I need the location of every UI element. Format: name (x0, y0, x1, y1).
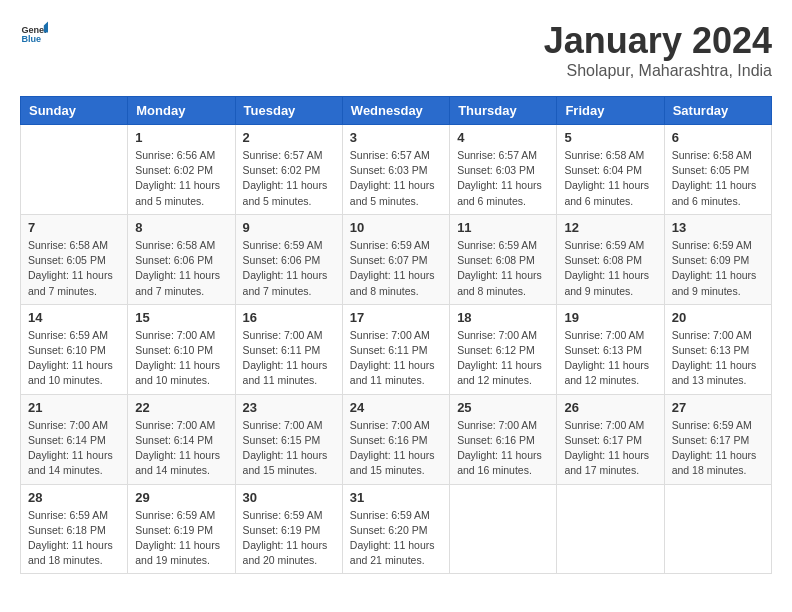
calendar-cell: 21Sunrise: 7:00 AMSunset: 6:14 PMDayligh… (21, 394, 128, 484)
day-info: Sunrise: 7:00 AMSunset: 6:10 PMDaylight:… (135, 328, 227, 389)
calendar-cell: 1Sunrise: 6:56 AMSunset: 6:02 PMDaylight… (128, 125, 235, 215)
calendar-cell: 24Sunrise: 7:00 AMSunset: 6:16 PMDayligh… (342, 394, 449, 484)
day-info: Sunrise: 6:59 AMSunset: 6:18 PMDaylight:… (28, 508, 120, 569)
calendar-cell: 30Sunrise: 6:59 AMSunset: 6:19 PMDayligh… (235, 484, 342, 574)
calendar-subtitle: Sholapur, Maharashtra, India (544, 62, 772, 80)
calendar-cell: 11Sunrise: 6:59 AMSunset: 6:08 PMDayligh… (450, 214, 557, 304)
day-number: 3 (350, 130, 442, 145)
calendar-week-row: 1Sunrise: 6:56 AMSunset: 6:02 PMDaylight… (21, 125, 772, 215)
day-number: 30 (243, 490, 335, 505)
calendar-cell: 5Sunrise: 6:58 AMSunset: 6:04 PMDaylight… (557, 125, 664, 215)
day-info: Sunrise: 7:00 AMSunset: 6:17 PMDaylight:… (564, 418, 656, 479)
calendar-cell (557, 484, 664, 574)
day-number: 23 (243, 400, 335, 415)
day-number: 25 (457, 400, 549, 415)
day-info: Sunrise: 6:59 AMSunset: 6:08 PMDaylight:… (564, 238, 656, 299)
calendar-cell: 9Sunrise: 6:59 AMSunset: 6:06 PMDaylight… (235, 214, 342, 304)
day-number: 9 (243, 220, 335, 235)
calendar-cell: 8Sunrise: 6:58 AMSunset: 6:06 PMDaylight… (128, 214, 235, 304)
calendar-cell: 2Sunrise: 6:57 AMSunset: 6:02 PMDaylight… (235, 125, 342, 215)
logo: General Blue (20, 20, 48, 48)
calendar-week-row: 7Sunrise: 6:58 AMSunset: 6:05 PMDaylight… (21, 214, 772, 304)
day-number: 22 (135, 400, 227, 415)
logo-icon: General Blue (20, 20, 48, 48)
day-info: Sunrise: 6:58 AMSunset: 6:05 PMDaylight:… (28, 238, 120, 299)
day-info: Sunrise: 6:59 AMSunset: 6:20 PMDaylight:… (350, 508, 442, 569)
day-info: Sunrise: 7:00 AMSunset: 6:15 PMDaylight:… (243, 418, 335, 479)
calendar-cell: 6Sunrise: 6:58 AMSunset: 6:05 PMDaylight… (664, 125, 771, 215)
calendar-cell: 4Sunrise: 6:57 AMSunset: 6:03 PMDaylight… (450, 125, 557, 215)
calendar-cell: 18Sunrise: 7:00 AMSunset: 6:12 PMDayligh… (450, 304, 557, 394)
day-info: Sunrise: 7:00 AMSunset: 6:16 PMDaylight:… (457, 418, 549, 479)
day-number: 15 (135, 310, 227, 325)
calendar-week-row: 21Sunrise: 7:00 AMSunset: 6:14 PMDayligh… (21, 394, 772, 484)
day-info: Sunrise: 6:57 AMSunset: 6:03 PMDaylight:… (457, 148, 549, 209)
calendar-title: January 2024 (544, 20, 772, 62)
day-number: 28 (28, 490, 120, 505)
header-cell-sunday: Sunday (21, 97, 128, 125)
day-number: 7 (28, 220, 120, 235)
header-cell-monday: Monday (128, 97, 235, 125)
calendar-cell (664, 484, 771, 574)
calendar-cell: 26Sunrise: 7:00 AMSunset: 6:17 PMDayligh… (557, 394, 664, 484)
day-info: Sunrise: 7:00 AMSunset: 6:13 PMDaylight:… (564, 328, 656, 389)
day-number: 2 (243, 130, 335, 145)
day-number: 27 (672, 400, 764, 415)
day-number: 26 (564, 400, 656, 415)
day-number: 14 (28, 310, 120, 325)
calendar-cell (450, 484, 557, 574)
day-info: Sunrise: 7:00 AMSunset: 6:14 PMDaylight:… (135, 418, 227, 479)
calendar-cell: 13Sunrise: 6:59 AMSunset: 6:09 PMDayligh… (664, 214, 771, 304)
day-number: 29 (135, 490, 227, 505)
day-info: Sunrise: 7:00 AMSunset: 6:11 PMDaylight:… (243, 328, 335, 389)
day-info: Sunrise: 6:58 AMSunset: 6:05 PMDaylight:… (672, 148, 764, 209)
day-info: Sunrise: 6:59 AMSunset: 6:08 PMDaylight:… (457, 238, 549, 299)
day-number: 5 (564, 130, 656, 145)
day-number: 19 (564, 310, 656, 325)
calendar-cell: 16Sunrise: 7:00 AMSunset: 6:11 PMDayligh… (235, 304, 342, 394)
day-info: Sunrise: 6:58 AMSunset: 6:06 PMDaylight:… (135, 238, 227, 299)
calendar-week-row: 28Sunrise: 6:59 AMSunset: 6:18 PMDayligh… (21, 484, 772, 574)
day-info: Sunrise: 6:59 AMSunset: 6:19 PMDaylight:… (243, 508, 335, 569)
calendar-cell: 3Sunrise: 6:57 AMSunset: 6:03 PMDaylight… (342, 125, 449, 215)
calendar-cell: 10Sunrise: 6:59 AMSunset: 6:07 PMDayligh… (342, 214, 449, 304)
day-number: 31 (350, 490, 442, 505)
calendar-cell (21, 125, 128, 215)
day-info: Sunrise: 6:59 AMSunset: 6:17 PMDaylight:… (672, 418, 764, 479)
day-number: 20 (672, 310, 764, 325)
day-number: 11 (457, 220, 549, 235)
day-info: Sunrise: 7:00 AMSunset: 6:13 PMDaylight:… (672, 328, 764, 389)
day-number: 17 (350, 310, 442, 325)
calendar-cell: 12Sunrise: 6:59 AMSunset: 6:08 PMDayligh… (557, 214, 664, 304)
calendar-cell: 28Sunrise: 6:59 AMSunset: 6:18 PMDayligh… (21, 484, 128, 574)
day-number: 8 (135, 220, 227, 235)
day-info: Sunrise: 6:59 AMSunset: 6:07 PMDaylight:… (350, 238, 442, 299)
calendar-header-row: SundayMondayTuesdayWednesdayThursdayFrid… (21, 97, 772, 125)
day-info: Sunrise: 6:57 AMSunset: 6:02 PMDaylight:… (243, 148, 335, 209)
title-area: January 2024 Sholapur, Maharashtra, Indi… (544, 20, 772, 80)
day-info: Sunrise: 6:57 AMSunset: 6:03 PMDaylight:… (350, 148, 442, 209)
calendar-cell: 20Sunrise: 7:00 AMSunset: 6:13 PMDayligh… (664, 304, 771, 394)
header-area: General Blue January 2024 Sholapur, Maha… (20, 20, 772, 80)
day-number: 16 (243, 310, 335, 325)
calendar-cell: 23Sunrise: 7:00 AMSunset: 6:15 PMDayligh… (235, 394, 342, 484)
calendar-cell: 17Sunrise: 7:00 AMSunset: 6:11 PMDayligh… (342, 304, 449, 394)
day-number: 4 (457, 130, 549, 145)
day-number: 12 (564, 220, 656, 235)
calendar-cell: 31Sunrise: 6:59 AMSunset: 6:20 PMDayligh… (342, 484, 449, 574)
day-number: 13 (672, 220, 764, 235)
header-cell-tuesday: Tuesday (235, 97, 342, 125)
day-info: Sunrise: 6:59 AMSunset: 6:06 PMDaylight:… (243, 238, 335, 299)
day-info: Sunrise: 6:59 AMSunset: 6:10 PMDaylight:… (28, 328, 120, 389)
calendar-cell: 14Sunrise: 6:59 AMSunset: 6:10 PMDayligh… (21, 304, 128, 394)
day-info: Sunrise: 7:00 AMSunset: 6:12 PMDaylight:… (457, 328, 549, 389)
day-number: 1 (135, 130, 227, 145)
header-cell-wednesday: Wednesday (342, 97, 449, 125)
day-number: 18 (457, 310, 549, 325)
header-cell-saturday: Saturday (664, 97, 771, 125)
calendar-cell: 25Sunrise: 7:00 AMSunset: 6:16 PMDayligh… (450, 394, 557, 484)
calendar-cell: 22Sunrise: 7:00 AMSunset: 6:14 PMDayligh… (128, 394, 235, 484)
day-number: 24 (350, 400, 442, 415)
day-number: 6 (672, 130, 764, 145)
day-info: Sunrise: 7:00 AMSunset: 6:14 PMDaylight:… (28, 418, 120, 479)
